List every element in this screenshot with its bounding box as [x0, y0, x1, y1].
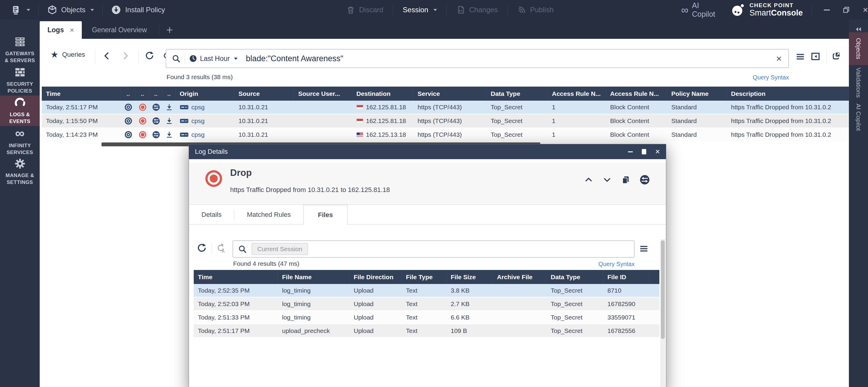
- open-in-new-window-icon[interactable]: [831, 51, 841, 61]
- panel-tab-ai-copilot-label: AI Copilot: [855, 103, 862, 131]
- column-header-policy-name[interactable]: Policy Name: [667, 87, 727, 101]
- column-header-icon3[interactable]: ..: [149, 87, 163, 101]
- chevron-down-icon: [234, 58, 238, 60]
- dialog-close-icon[interactable]: ×: [655, 148, 660, 156]
- panel-tab-objects[interactable]: Objects: [849, 32, 868, 65]
- sidebar-item-security-policies[interactable]: SECURITYPOLICIES: [0, 65, 40, 95]
- column-header-origin[interactable]: Origin: [176, 87, 234, 101]
- back-button[interactable]: [102, 51, 111, 60]
- tab-files[interactable]: Files: [303, 205, 347, 225]
- chevron-down-icon: [90, 9, 94, 11]
- copy-icon[interactable]: [621, 175, 630, 184]
- table-options-menu-icon[interactable]: [796, 52, 805, 61]
- connection-icon[interactable]: [640, 175, 650, 185]
- sidebar-item-manage-settings[interactable]: MANAGE &SETTINGS: [0, 156, 40, 187]
- tab-details[interactable]: Details: [189, 205, 234, 224]
- new-tab-button[interactable]: +: [161, 21, 178, 39]
- next-log-chevron-down-icon[interactable]: [602, 175, 612, 184]
- window-close-button[interactable]: ×: [863, 5, 868, 14]
- publish-button[interactable]: Publish: [517, 5, 554, 14]
- column-header-access-rule-number[interactable]: Access Rule N...: [548, 87, 606, 101]
- table-options-menu-icon[interactable]: [639, 244, 649, 254]
- objects-menu-button[interactable]: Objects: [47, 5, 94, 15]
- dialog-titlebar[interactable]: Log Details ×: [189, 144, 666, 159]
- app-menu-button[interactable]: [11, 5, 30, 15]
- sidebar-item-gateways-servers[interactable]: GATEWAYS& SERVERS: [0, 35, 40, 65]
- cell-service: https (TCP/443): [413, 103, 487, 111]
- dialog-tabs: Details Matched Rules Files: [189, 205, 666, 225]
- column-header-icon1[interactable]: ..: [121, 87, 136, 101]
- queries-button[interactable]: ★ Queries: [51, 50, 85, 59]
- file-row[interactable]: Today, 2:52:35 PM log_timing Upload Text…: [194, 284, 659, 297]
- changes-button[interactable]: Changes: [456, 5, 498, 14]
- column-header-destination[interactable]: Destination: [352, 87, 413, 101]
- column-header-data-type[interactable]: Data Type: [487, 87, 548, 101]
- window-minimize-button[interactable]: [824, 9, 830, 10]
- dialog-minimize-button[interactable]: [628, 151, 633, 152]
- column-header-description[interactable]: Description: [727, 87, 849, 101]
- cell-file-type: Text: [402, 287, 446, 294]
- column-header-access-rule-name[interactable]: Access Rule N...: [606, 87, 667, 101]
- forward-button[interactable]: [121, 51, 130, 60]
- session-menu-button[interactable]: Session: [403, 6, 437, 14]
- scrollbar-thumb[interactable]: [661, 240, 665, 339]
- checkpoint-logo-icon: [731, 3, 745, 17]
- log-row[interactable]: Today, 1:14:23 PM cpsg 10.31.0.21 162.12…: [42, 128, 849, 142]
- panel-tab-validations[interactable]: Validations: [849, 67, 868, 98]
- query-text[interactable]: blade:"Content Awareness": [246, 54, 775, 63]
- query-syntax-link[interactable]: Query Syntax: [581, 261, 634, 268]
- file-row[interactable]: Today, 2:52:03 PM log_timing Upload Text…: [194, 297, 659, 311]
- clear-search-icon[interactable]: ×: [775, 54, 783, 63]
- auto-refresh-icon[interactable]: A: [216, 243, 226, 253]
- install-policy-button[interactable]: Install Policy: [111, 5, 165, 15]
- column-header-file-type[interactable]: File Type: [402, 270, 446, 284]
- time-filter-label: Last Hour: [200, 55, 230, 63]
- column-header-source[interactable]: Source: [234, 87, 294, 101]
- sidebar-item-logs-events[interactable]: LOGS &EVENTS: [0, 95, 40, 126]
- panel-tab-ai-copilot[interactable]: AI Copilot: [849, 101, 868, 134]
- column-header-file-size[interactable]: File Size: [446, 270, 493, 284]
- sidebar-item-infinity-services[interactable]: ∞ INFINITYSERVICES: [0, 126, 40, 156]
- file-row[interactable]: Today, 2:51:33 PM log_timing Upload Text…: [194, 311, 659, 324]
- previous-log-chevron-up-icon[interactable]: [584, 175, 593, 184]
- infinity-icon: ∞: [15, 127, 25, 140]
- ai-copilot-button[interactable]: ∞ AI Copilot: [681, 1, 723, 19]
- refresh-icon[interactable]: [145, 51, 154, 60]
- cell-source: 10.31.0.21: [234, 117, 294, 124]
- tab-general-overview[interactable]: General Overview: [82, 21, 157, 39]
- panel-tab-validations-label: Validations: [855, 67, 862, 98]
- column-header-time[interactable]: Time: [42, 87, 121, 101]
- refresh-icon[interactable]: [197, 243, 207, 253]
- current-session-chip[interactable]: Current Session: [252, 243, 308, 255]
- collapse-side-panel-icon[interactable]: [810, 51, 820, 61]
- column-header-time[interactable]: Time: [194, 270, 278, 284]
- column-header-archive-file[interactable]: Archive File: [493, 270, 547, 284]
- time-filter-dropdown[interactable]: Last Hour: [189, 55, 238, 63]
- tab-matched-rules[interactable]: Matched Rules: [234, 205, 303, 224]
- window-restore-button[interactable]: [842, 6, 850, 14]
- close-icon[interactable]: ×: [70, 26, 74, 34]
- column-header-service[interactable]: Service: [413, 87, 487, 101]
- file-row[interactable]: Today, 2:51:17 PM upload_precheck Upload…: [194, 324, 659, 338]
- column-header-file-direction[interactable]: File Direction: [349, 270, 402, 284]
- column-header-icon2[interactable]: ..: [136, 87, 149, 101]
- column-header-source-user[interactable]: Source User...: [294, 87, 352, 101]
- column-header-file-id[interactable]: File ID: [603, 270, 650, 284]
- column-header-file-name[interactable]: File Name: [278, 270, 349, 284]
- log-description: https Traffic Dropped from 10.31.0.21 to…: [230, 186, 390, 194]
- cell-source: 10.31.0.21: [234, 103, 294, 111]
- query-syntax-link[interactable]: Query Syntax: [735, 74, 789, 81]
- cell-file-type: Text: [402, 300, 446, 307]
- column-header-icon4[interactable]: ..: [163, 87, 176, 101]
- vertical-scrollbar[interactable]: [660, 239, 665, 387]
- discard-button[interactable]: Discard: [346, 5, 383, 14]
- tab-divider: [159, 24, 159, 35]
- files-search-input[interactable]: Current Session: [232, 240, 634, 258]
- log-row[interactable]: Today, 2:51:17 PM cpsg 10.31.0.21 162.12…: [42, 101, 849, 114]
- dialog-maximize-button[interactable]: [642, 149, 646, 154]
- log-query-input[interactable]: Last Hour blade:"Content Awareness" ×: [166, 49, 789, 68]
- traffic-direction-icon: [149, 103, 163, 111]
- log-row[interactable]: Today, 1:15:50 PM cpsg 10.31.0.21 162.12…: [42, 114, 849, 128]
- tab-logs[interactable]: Logs ×: [40, 21, 82, 39]
- column-header-data-type[interactable]: Data Type: [547, 270, 603, 284]
